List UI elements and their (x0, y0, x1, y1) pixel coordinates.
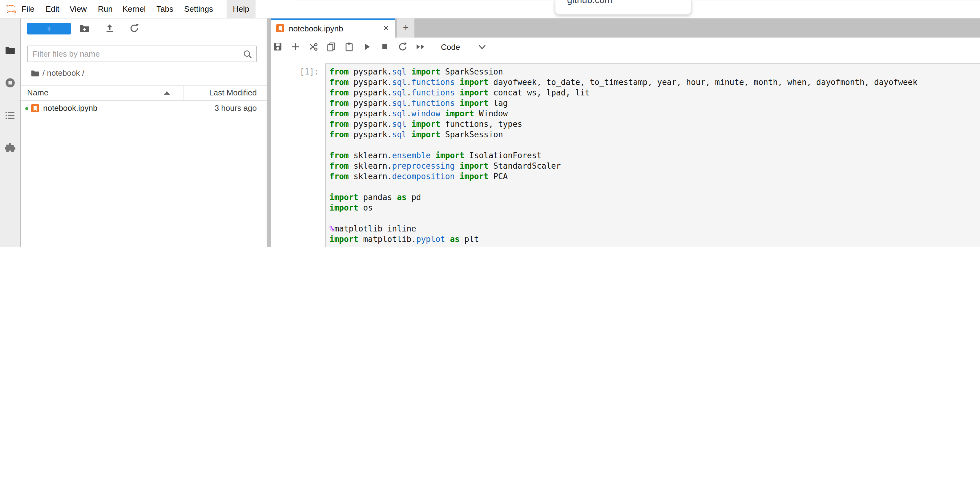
notebook-content[interactable]: [1]:from pyspark.sql import SparkSession… (271, 56, 980, 247)
home-folder-icon[interactable] (31, 69, 40, 78)
cell-input-prompt: [1]: (271, 64, 325, 247)
menubar: File Edit View Run Kernel Tabs Settings … (0, 0, 980, 19)
column-divider (183, 86, 183, 100)
file-row[interactable]: notebook.ipynb 3 hours ago (21, 101, 267, 116)
stop-icon[interactable] (380, 42, 390, 52)
chevron-down-icon[interactable] (479, 44, 486, 49)
column-header-name[interactable]: Name (27, 86, 48, 100)
menu-tabs[interactable]: Tabs (156, 0, 173, 18)
tab-bar: notebook.ipynb ✕ + (271, 18, 980, 38)
jupyter-logo-icon (5, 2, 17, 15)
cell-list: [1]:from pyspark.sql import SparkSession… (271, 56, 980, 247)
extensions-icon[interactable] (5, 142, 15, 152)
notebook-toolbar: Code (271, 38, 980, 57)
tab-close-icon[interactable]: ✕ (383, 20, 389, 38)
save-icon[interactable] (273, 42, 283, 52)
file-browser-icon[interactable] (5, 45, 15, 56)
main-dock-panel: notebook.ipynb ✕ + (271, 18, 980, 247)
file-filter-box (27, 46, 257, 62)
activity-bar (0, 18, 21, 247)
cell-type-dropdown[interactable]: Code (441, 42, 460, 51)
new-folder-icon[interactable] (80, 24, 89, 33)
table-of-contents-icon[interactable] (5, 110, 15, 121)
github-tooltip-text: github.com (567, 0, 612, 5)
file-filter-input[interactable] (28, 46, 256, 62)
new-tab-button[interactable]: + (397, 18, 414, 38)
restart-kernel-icon[interactable] (398, 42, 408, 52)
menu-edit[interactable]: Edit (46, 0, 59, 18)
jupyterlab-window: File Edit View Run Kernel Tabs Settings … (0, 0, 980, 247)
cell-editor[interactable]: from pyspark.sql import SparkSessionfrom… (325, 64, 980, 247)
menu-help[interactable]: Help (227, 0, 256, 18)
file-list-header: Name Last Modified (21, 86, 267, 100)
notebook-tab-icon (276, 24, 285, 33)
menu-kernel[interactable]: Kernel (123, 0, 146, 18)
menu-run[interactable]: Run (98, 0, 113, 18)
menu-view[interactable]: View (70, 0, 87, 18)
running-kernels-icon[interactable] (5, 78, 15, 88)
notebook-file-icon (31, 104, 40, 113)
cut-icon[interactable] (309, 42, 318, 52)
run-icon[interactable] (362, 42, 372, 52)
sort-ascending-icon[interactable] (164, 91, 170, 95)
notebook-cell: [1]:from pyspark.sql import SparkSession… (271, 64, 980, 247)
tab-title: notebook.ipynb (289, 20, 343, 38)
panel-splitter[interactable] (267, 18, 271, 247)
menu-file[interactable]: File (22, 0, 35, 18)
breadcrumb-path: / notebook / (43, 68, 84, 78)
column-header-modified[interactable]: Last Modified (209, 86, 257, 100)
add-cell-icon[interactable] (291, 42, 301, 52)
breadcrumb[interactable]: / notebook / (31, 67, 84, 79)
kernel-running-dot (25, 107, 28, 110)
refresh-icon[interactable] (129, 24, 139, 33)
restart-run-all-icon[interactable] (416, 42, 425, 52)
file-browser-panel: + / notebook / Name (21, 18, 267, 247)
file-name: notebook.ipynb (43, 101, 97, 116)
menu-settings[interactable]: Settings (184, 0, 213, 18)
search-icon (243, 49, 253, 59)
tab-notebook[interactable]: notebook.ipynb ✕ (271, 18, 395, 38)
copy-icon[interactable] (326, 42, 336, 52)
file-modified: 3 hours ago (215, 101, 257, 116)
github-tooltip: github.com (555, 0, 692, 15)
new-launcher-button[interactable]: + (27, 23, 71, 35)
paste-icon[interactable] (344, 42, 354, 52)
upload-icon[interactable] (105, 24, 115, 33)
